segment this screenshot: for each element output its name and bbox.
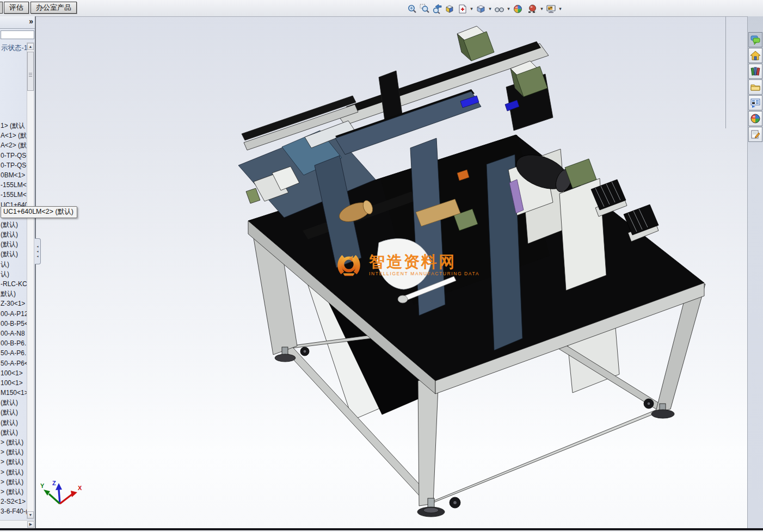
tree-item[interactable]: 1> (默认 <box>1 121 27 131</box>
tree-item[interactable]: (默认) <box>1 230 27 239</box>
books-icon <box>750 66 761 77</box>
tree-item[interactable]: (默认) <box>1 220 27 230</box>
feature-tree-filter-box[interactable] <box>1 30 34 39</box>
tab-office-products[interactable]: 办公室产品 <box>30 2 77 14</box>
tree-item[interactable]: 0BM<1> <box>1 170 27 180</box>
tree-item[interactable]: (默认) <box>1 428 27 437</box>
feature-manager-panel: » 示状态-1 1> (默认A<1> (默A<2> (默0-TP-QS<0-TP… <box>0 16 36 528</box>
tree-item[interactable]: 100<1> <box>1 378 27 388</box>
tree-item[interactable]: 0-6-F20-( <box>1 517 27 518</box>
top-toolbar-bar: 评估 办公室产品 <box>0 0 763 17</box>
tree-item[interactable]: > (默认) <box>1 437 27 447</box>
tree-item[interactable]: (默认) <box>1 249 27 259</box>
drawing-view-button[interactable] <box>456 3 469 15</box>
tree-item[interactable]: -155LM< <box>1 190 27 200</box>
tree-item[interactable]: 0-TP-QS< <box>1 151 27 160</box>
task-pane <box>747 16 763 528</box>
tree-item[interactable]: -RLC-KC1 <box>1 279 27 289</box>
tree-item[interactable]: -155LM< <box>1 180 27 190</box>
expand-panel-button[interactable]: » <box>29 17 33 26</box>
zoom-to-area-button[interactable] <box>419 3 431 15</box>
folder-icon <box>750 82 761 92</box>
view-orientation-button[interactable] <box>475 3 487 15</box>
tree-item[interactable]: 认) <box>1 259 27 269</box>
machine-model[interactable] <box>36 16 748 528</box>
zoom-to-fit-button[interactable] <box>406 3 419 15</box>
tree-item[interactable]: 00-B-P6. <box>1 338 27 348</box>
magnifier-back-arrow-icon <box>432 4 442 14</box>
graphics-viewport[interactable]: 智造资料网 INTELLIGENT MANUFACTURING DATA Z Y… <box>36 16 748 528</box>
triad-y-label: Y <box>40 482 45 489</box>
forum-button[interactable] <box>748 32 762 47</box>
tree-item[interactable]: 00-A-N8 <box>1 329 27 338</box>
status-bar-edge <box>0 528 763 530</box>
splitter-arrow-icon: ◂ <box>36 254 38 259</box>
custom-properties-button[interactable] <box>748 127 762 142</box>
house-icon <box>750 50 761 61</box>
feature-tree-rows: 1> (默认A<1> (默A<2> (默0-TP-QS<0-TP-QS<0BM<… <box>1 121 27 518</box>
checkered-sphere-icon <box>527 4 538 14</box>
view-orientation-dropdown[interactable]: ▾ <box>487 3 493 15</box>
tree-item[interactable]: 50-A-P6< <box>1 358 27 368</box>
design-library-button[interactable] <box>748 64 762 79</box>
view-palette-button[interactable] <box>748 95 762 110</box>
tree-item[interactable]: 100<1> <box>1 368 27 378</box>
tree-item[interactable]: M150<1> <box>1 388 27 398</box>
colored-sphere-icon <box>513 4 523 14</box>
scroll-up-button[interactable]: ▲ <box>27 43 34 50</box>
tree-item[interactable]: > (默认) <box>1 477 27 487</box>
tree-item[interactable]: 默认) <box>1 289 27 299</box>
hide-show-items-button[interactable] <box>493 3 506 15</box>
scroll-down-button[interactable]: ▼ <box>27 511 34 518</box>
orientation-triad: Z Y X <box>38 478 87 510</box>
tree-item[interactable]: > (默认) <box>1 457 27 467</box>
component-tooltip: UC1+640LM<2> (默认) <box>1 206 77 218</box>
tree-item[interactable]: (默认) <box>1 398 27 407</box>
resources-button[interactable] <box>748 48 762 63</box>
tree-item[interactable]: (默认) <box>1 418 27 428</box>
triad-x-label: X <box>78 485 82 491</box>
view-settings-button[interactable] <box>545 3 557 15</box>
apply-scene-dropdown[interactable]: ▾ <box>539 3 545 15</box>
tree-horizontal-scrollbar[interactable]: ▶ <box>0 520 35 528</box>
sheet-pencil-icon <box>750 129 761 140</box>
tree-item[interactable]: > (默认) <box>1 467 27 477</box>
scrollbar-thumb[interactable] <box>27 52 34 91</box>
tree-item[interactable]: 认) <box>1 269 27 279</box>
display-state-label[interactable]: 示状态-1 <box>1 44 28 53</box>
tree-item[interactable]: 2-S2<1> <box>1 497 27 506</box>
tree-item[interactable]: A<1> (默 <box>1 131 27 140</box>
tree-item[interactable]: > (默认) <box>1 487 27 497</box>
tab-evaluate[interactable]: 评估 <box>4 2 29 14</box>
tree-item[interactable]: (默认) <box>1 407 27 417</box>
appearances-scenes-button[interactable] <box>748 111 762 126</box>
page-red-plus-icon <box>457 4 467 14</box>
tree-item[interactable]: 00-B-P5< <box>1 319 27 329</box>
tree-item[interactable]: > (默认) <box>1 447 27 457</box>
tree-item[interactable]: 0-TP-QS< <box>1 160 27 170</box>
scroll-right-button[interactable]: ▶ <box>27 521 34 528</box>
triad-z-label: Z <box>52 480 56 486</box>
file-explorer-button[interactable] <box>748 79 762 95</box>
drawing-view-dropdown[interactable]: ▾ <box>469 3 475 15</box>
hide-show-items-dropdown[interactable]: ▾ <box>506 3 512 15</box>
tree-item[interactable]: A<2> (默 <box>1 140 27 150</box>
previous-view-button[interactable] <box>431 3 444 15</box>
magnifier-area-icon <box>420 4 430 14</box>
monitor-checkered-icon <box>546 4 556 14</box>
heads-up-view-toolbar: ▾ ▾ ▾ <box>406 2 563 15</box>
apply-scene-button[interactable] <box>526 3 539 15</box>
tree-item[interactable]: 3-6-F40-( <box>1 506 27 516</box>
tree-vertical-scrollbar[interactable]: ▲ ▼ <box>27 42 34 519</box>
tree-item[interactable]: 00-A-P12 <box>1 309 27 319</box>
speech-bubbles-icon <box>750 34 761 45</box>
tree-item[interactable]: 50-A-P6. <box>1 348 27 358</box>
tree-item[interactable]: Z-30<1> <box>1 299 27 308</box>
panel-splitter-handle[interactable]: ◂ ◂ ◂ <box>35 238 41 264</box>
tab-strip-edge <box>0 2 3 14</box>
section-view-button[interactable] <box>444 3 456 15</box>
edit-appearance-button[interactable] <box>512 3 524 15</box>
view-settings-dropdown[interactable]: ▾ <box>557 3 563 15</box>
tree-item[interactable]: (默认) <box>1 239 27 249</box>
splitter-arrow-icon: ◂ <box>36 244 38 249</box>
